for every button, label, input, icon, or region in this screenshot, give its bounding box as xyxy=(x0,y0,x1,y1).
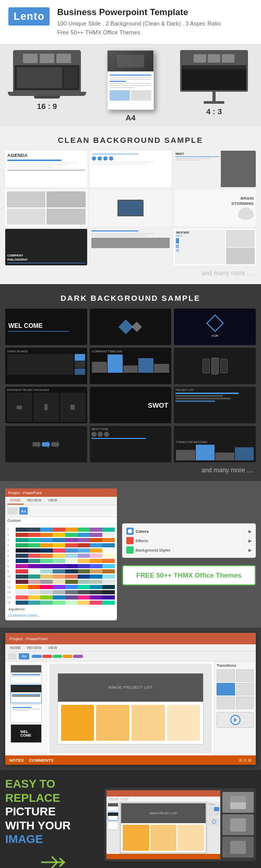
a4-book xyxy=(107,50,154,110)
dark-slide-project: PROJECT LIST xyxy=(174,387,256,423)
pp-right-panel: Transitions xyxy=(214,662,256,755)
product-subtitle: 100 Unique Slide . 2 Background (Clean &… xyxy=(57,19,221,36)
comments-tab[interactable]: COMMENTS xyxy=(29,758,54,763)
thmx-dropdown-panel: Colors ▶ Effects ▶ Background Styles ▶ xyxy=(122,523,256,558)
pp-notes-bar: NOTES COMMENTS ⊞ ⊟ ⊠ xyxy=(5,755,256,765)
easy-to-replace-section: EASY TO REPLACE PICTURE WITH YOUR IMAGE xyxy=(0,770,261,868)
clean-and-many-more: and many more .... xyxy=(5,270,256,277)
easy-pp-screenshot: IMAGE PROJECT LIST Trans xyxy=(104,788,256,861)
dark-slide-diamond2: OUR xyxy=(174,309,256,345)
clean-background-section: CLEAN BACKGROUND SAMPLE AGENDA xyxy=(0,126,261,284)
replace-word: REPLACE xyxy=(5,791,60,804)
dark-background-section: DARK BACKGROUND SAMPLE WEL COME OUR DARK… xyxy=(0,284,261,481)
dark-slide-welcome: WEL COME xyxy=(5,309,87,345)
pp-tab-view[interactable]: VIEW xyxy=(45,644,60,651)
thanks-label: THANKS FOR WATCHING xyxy=(176,441,207,444)
thmx-pp-panel: Project - PowerPoint HOME REVIEW VIEW Aa… xyxy=(5,488,117,620)
dark-slide-thanks: THANKS FOR WATCHING xyxy=(174,426,256,462)
pp-custom-label: Custom xyxy=(5,517,117,524)
ribbon-home[interactable]: HOME xyxy=(7,497,23,505)
thmx-free-badge: FREE 50++ THMX Office Themes xyxy=(122,565,256,585)
easy-text: EASY TO REPLACE PICTURE WITH YOUR IMAGE xyxy=(5,777,99,868)
customize-colors[interactable]: Customize Colors... xyxy=(7,613,115,618)
pp-window-1: Project - PowerPoint HOME REVIEW VIEW Aa xyxy=(5,633,256,765)
pp-title-text: Project - PowerPoint xyxy=(8,491,114,495)
pp-screenshot-1: Project - PowerPoint HOME REVIEW VIEW Aa xyxy=(0,628,261,770)
ribbon-review[interactable]: REVIEW xyxy=(25,497,44,505)
bg-styles-label: Background Styles xyxy=(136,548,171,553)
clean-slide-laptop2 xyxy=(90,229,172,265)
aquafresh-label: Aquafresh xyxy=(7,606,115,613)
dark-slide-timeline: COMPANY TIMELINE xyxy=(90,348,172,384)
dark-slide-devices: DIFFERENT PROJECT PACKAGES xyxy=(5,387,87,423)
preview-section: 16 : 9 A4 xyxy=(0,44,261,126)
notes-tab[interactable]: NOTES xyxy=(9,758,24,763)
agenda-label: AGENDA xyxy=(7,153,85,158)
preview-4-3: 4 : 3 xyxy=(172,50,256,122)
pp-content-1: WELCOME IMAGE PROJECT LIST xyxy=(5,662,256,755)
easy-word: EASY TO xyxy=(5,777,55,790)
clean-slide-weather: WEATHER INFO xyxy=(174,229,256,265)
welcome-text: WEL COME xyxy=(8,323,43,329)
header-text: Business Powerpoint Template 100 Unique … xyxy=(57,7,221,36)
clean-slide-agenda: AGENDA xyxy=(5,151,87,187)
pp-toolbar: Aa xyxy=(5,652,256,662)
pp-titlebar-1: Project - PowerPoint xyxy=(5,633,256,644)
preview-label-4-3: 4 : 3 xyxy=(206,107,222,116)
picture-word: PICTURE xyxy=(5,805,56,818)
pp-tab-home[interactable]: HOME xyxy=(7,644,23,651)
dark-section-title: DARK BACKGROUND SAMPLE xyxy=(5,294,256,302)
clean-slide-brain: BRAINSTORMING xyxy=(174,190,256,226)
color-theme-rows: 1 2 xyxy=(5,524,117,620)
dark-slide-team: ABOUT TEAM xyxy=(90,426,172,462)
pp-ribbon-1: HOME REVIEW VIEW xyxy=(5,644,256,652)
header-section: Lento Business Powerpoint Template 100 U… xyxy=(0,0,261,44)
dark-slide-arrows xyxy=(5,426,87,462)
ribbon-view[interactable]: VIEW xyxy=(45,497,60,505)
dark-slide-swot: SWOT xyxy=(90,387,172,423)
dark-slide-phones xyxy=(174,348,256,384)
product-title: Business Powerpoint Template xyxy=(57,7,221,18)
image-word: IMAGE xyxy=(5,833,43,846)
preview-label-a4: A4 xyxy=(125,113,135,122)
dark-and-many-more: and many more .... xyxy=(5,467,256,474)
pp-main-view: IMAGE PROJECT LIST xyxy=(47,662,214,755)
thmx-right-panel: Colors ▶ Effects ▶ Background Styles ▶ F… xyxy=(122,488,256,620)
preview-16-9: 16 : 9 xyxy=(5,50,89,122)
colors-label: Colors xyxy=(136,529,149,534)
dark-slide-diamond xyxy=(90,309,172,345)
effects-label: Effects xyxy=(136,539,148,543)
monitor-stand-h xyxy=(204,101,224,104)
clean-slides-grid: AGENDA xyxy=(5,151,256,265)
clean-slide-laptop-mockup xyxy=(90,190,172,226)
preview-label-16-9: 16 : 9 xyxy=(37,102,57,111)
clean-slide-company: COMPANYPHILOSOPHY xyxy=(5,229,87,265)
pp-window-title: Project - PowerPoint xyxy=(9,637,48,641)
laptop-screen xyxy=(13,50,81,92)
laptop-foot xyxy=(34,96,60,99)
easy-title: EASY TO REPLACE PICTURE WITH YOUR IMAGE xyxy=(5,777,99,846)
clean-section-title: CLEAN BACKGROUND SAMPLE xyxy=(5,136,256,144)
laptop-base xyxy=(8,92,86,96)
clean-slide-meet: MEET xyxy=(174,151,256,187)
dark-slides-grid: WEL COME OUR DARK BOARD xyxy=(5,309,256,462)
monitor-screen xyxy=(180,50,248,92)
swot-label: SWOT xyxy=(148,401,168,409)
pp-slide-panel: WELCOME xyxy=(5,662,47,755)
clean-slide-portfolio xyxy=(5,190,87,226)
pp-ribbon-tabs: HOME REVIEW VIEW xyxy=(5,497,117,505)
thmx-section: Project - PowerPoint HOME REVIEW VIEW Aa… xyxy=(0,481,261,628)
dark-slide-map: DARK BOARD xyxy=(5,348,87,384)
monitor-stand-v xyxy=(212,92,216,101)
replace-arrow xyxy=(5,854,99,868)
logo: Lento xyxy=(8,7,50,26)
pp-slide-preview: IMAGE PROJECT LIST xyxy=(49,664,212,753)
with-word: WITH YOUR xyxy=(5,819,70,832)
clean-slide-timeline xyxy=(90,151,172,187)
preview-a4: A4 xyxy=(89,50,172,122)
pp-tab-review[interactable]: REVIEW xyxy=(25,644,44,651)
